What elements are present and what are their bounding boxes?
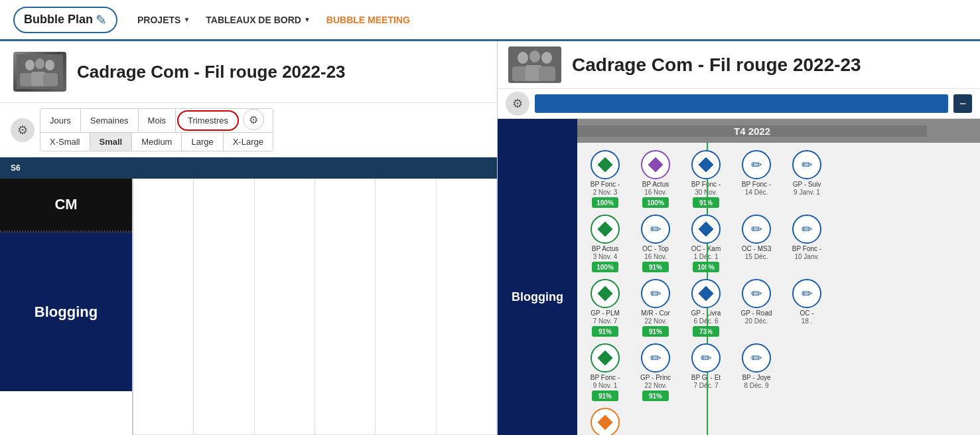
timeline-scroll-bar[interactable] (535, 94, 948, 113)
grid-cell-1 (133, 179, 194, 435)
left-gear-button[interactable]: ⚙ (11, 118, 35, 142)
task-gp-suiv[interactable]: ✏ GP - Suiv 9 Janv. 1 (783, 150, 831, 208)
left-panel: Cadrage Com - Fil rouge 2022-23 ⚙ Jours … (0, 41, 498, 435)
task-icon-18: ✏ (691, 343, 721, 373)
left-toolbar: ⚙ Jours Semaines Mois Trimestres ⚙ X-Sma… (0, 103, 497, 157)
task-oc-top[interactable]: ✏ OC - Top 16 Nov. 91% (632, 215, 679, 272)
edit-icon-14: ✏ (751, 286, 762, 302)
options-gear-button[interactable]: ⚙ (243, 109, 264, 130)
task-date-9: 15 Déc. (745, 253, 768, 260)
view-trimestres-button[interactable]: Trimestres (177, 110, 239, 131)
left-project-header: Cadrage Com - Fil rouge 2022-23 (0, 41, 497, 103)
task-bp-fonc-3[interactable]: ✏ BP Fonc - 14 Déc. (733, 150, 780, 208)
view-mois-button[interactable]: Mois (139, 109, 176, 132)
size-xsmall-button[interactable]: X-Small (40, 133, 90, 151)
svg-point-2 (35, 58, 44, 69)
task-bp-fonc-4[interactable]: ✏ BP Fonc - 10 Janv. (783, 215, 831, 272)
task-bp-fonc-2[interactable]: BP Fonc - 30 Nov. 91% (682, 150, 730, 208)
time-view-row: Jours Semaines Mois Trimestres ⚙ (40, 109, 273, 133)
task-oc-ms3[interactable]: ✏ OC - MS3 15 Déc. (733, 215, 780, 272)
task-label-2: BP Actus (642, 181, 669, 189)
nav-tableaux[interactable]: TABLEAUX DE BORD ▼ (206, 15, 311, 25)
task-bp-actus-1[interactable]: BP Actus 16 Nov. 100% (632, 150, 679, 208)
edit-blue-icon: ✏ (751, 157, 762, 173)
task-label-1: BP Fonc - (591, 181, 620, 189)
task-mr-top[interactable]: M/R - Top 10 Nov. 91% (581, 408, 629, 435)
tasks-row-1: BP Fonc - 2 Nov. 3 100% BP Actus 16 Nov.… (580, 148, 977, 210)
diamond-green-4 (598, 351, 613, 366)
tasks-row-3: GP - PLM 7 Nov. 7 91% ✏ M/R - Cor 22 Nov… (580, 277, 977, 339)
tasks-area[interactable]: BP Fonc - 2 Nov. 3 100% BP Actus 16 Nov.… (577, 143, 980, 435)
edit-icon-18: ✏ (701, 350, 712, 366)
task-icon-9: ✏ (742, 215, 771, 244)
tasks-row-4: BP Fonc - 9 Nov. 1 91% ✏ GP - Princ 22 N… (580, 341, 977, 403)
task-date-16: 9 Nov. 1 (593, 382, 618, 389)
nav-projets[interactable]: PROJETS ▼ (137, 15, 190, 25)
task-oc-kam[interactable]: OC - Kam 1 Déc. 1 100% (682, 215, 730, 272)
task-bp-fonc-5[interactable]: BP Fonc - 9 Nov. 1 91% (581, 343, 629, 401)
svg-point-10 (541, 52, 552, 64)
task-bp-gl-et[interactable]: ✏ BP Gl - Et 7 Déc. 7 (682, 343, 730, 401)
task-icon-14: ✏ (742, 279, 771, 308)
right-sidebar-blogging-label: Blogging (498, 159, 577, 435)
task-progress-12: 91% (642, 326, 669, 337)
right-gear-button[interactable]: ⚙ (506, 92, 529, 116)
task-bp-fonc-1[interactable]: BP Fonc - 2 Nov. 3 100% (581, 150, 629, 208)
task-progress-2: 100% (642, 197, 669, 208)
diamond-green-2 (598, 222, 613, 237)
task-icon-10: ✏ (792, 215, 821, 244)
task-oc-right[interactable]: ✏ OC - 18 . (783, 279, 831, 337)
projets-arrow-icon: ▼ (183, 16, 190, 23)
task-date-5: 9 Janv. 1 (794, 189, 820, 196)
diamond-green-3 (598, 286, 613, 302)
task-date-10: 10 Janv. (794, 253, 819, 260)
right-toolbar: ⚙ − (498, 89, 980, 119)
view-semaines-button[interactable]: Semaines (81, 109, 139, 132)
diamond-blue-icon (699, 157, 714, 173)
task-icon-2 (641, 150, 670, 179)
task-date-1: 2 Nov. 3 (593, 189, 618, 196)
svg-rect-13 (539, 66, 555, 81)
size-large-button[interactable]: Large (182, 133, 223, 151)
task-label-17: GP - Princ (640, 374, 671, 382)
svg-rect-6 (43, 73, 58, 86)
task-gp-princ[interactable]: ✏ GP - Princ 22 Nov. 91% (632, 343, 679, 401)
task-mr-cor[interactable]: ✏ M/R - Cor 22 Nov. 91% (632, 279, 679, 337)
nav-bubble-meeting[interactable]: BUBBLE MEETING (326, 15, 410, 25)
right-sidebar-top (498, 119, 577, 159)
edit-icon-17: ✏ (650, 350, 662, 366)
edit-icon-10: ✏ (802, 221, 813, 237)
task-gp-road[interactable]: ✏ GP - Road 20 Déc. (733, 279, 780, 337)
quarter-t4-label: T4 2022 (577, 126, 927, 137)
diamond-blue-2 (699, 222, 714, 237)
task-date-4: 14 Déc. (745, 189, 768, 196)
task-label-15: OC - (800, 309, 813, 317)
grid-cell-4 (315, 179, 376, 435)
task-icon-4: ✏ (742, 150, 771, 179)
size-medium-button[interactable]: Medium (132, 133, 182, 151)
task-bp-joye[interactable]: ✏ BP - Joye 8 Déc. 9 (733, 343, 780, 401)
svg-point-1 (25, 60, 35, 70)
timeline-sidebar: CM Blogging (0, 179, 133, 435)
task-gp-livra[interactable]: GP - Livra 6 Déc. 6 73% (682, 279, 730, 337)
edit-icon-12: ✏ (650, 286, 662, 302)
task-label-16: BP Fonc - (591, 374, 620, 382)
task-icon-7: ✏ (641, 215, 670, 244)
zoom-out-button[interactable]: − (953, 94, 972, 113)
edit-icon-7: ✏ (650, 221, 662, 237)
task-label-19: BP - Joye (742, 374, 770, 382)
size-small-button[interactable]: Small (90, 133, 133, 151)
logo[interactable]: Bubble Plan ✎ (13, 7, 117, 33)
task-progress-7: 91% (642, 262, 669, 272)
logo-text: Bubble Plan (24, 13, 93, 27)
task-icon-16 (591, 343, 620, 373)
task-date-14: 20 Déc. (745, 317, 768, 325)
task-icon-17: ✏ (641, 343, 670, 373)
size-xlarge-button[interactable]: X-Large (224, 133, 273, 151)
task-date-18: 7 Déc. 7 (693, 382, 718, 389)
task-gp-plm[interactable]: GP - PLM 7 Nov. 7 91% (581, 279, 629, 337)
view-jours-button[interactable]: Jours (40, 109, 81, 132)
svg-point-8 (518, 52, 528, 64)
task-bp-actus-2[interactable]: BP Actus 3 Nov. 4 100% (581, 215, 629, 272)
task-progress-16: 91% (592, 391, 618, 401)
